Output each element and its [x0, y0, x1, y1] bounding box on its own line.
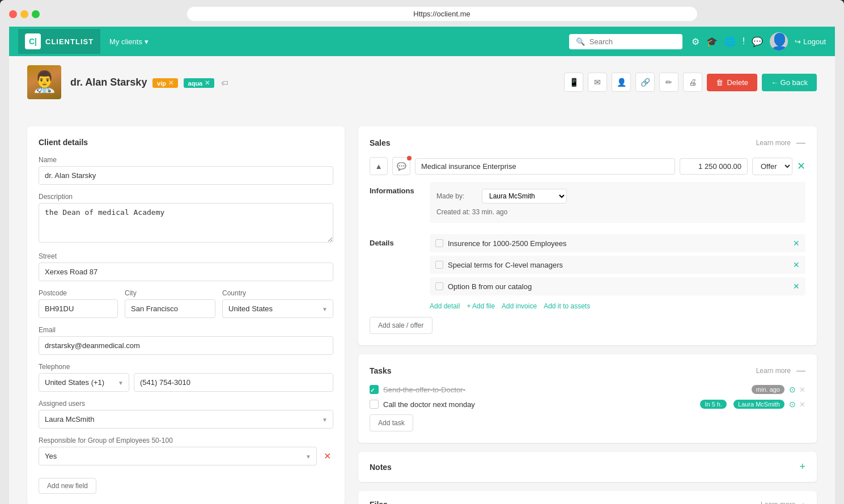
edit-button[interactable]: ✏: [659, 73, 678, 92]
chat-icon[interactable]: 💬: [752, 36, 763, 47]
tag-aqua-remove[interactable]: ✕: [205, 79, 210, 87]
detail-checkbox-1[interactable]: [435, 261, 443, 269]
notes-header: Notes +: [370, 461, 805, 473]
made-by-select[interactable]: Laura McSmith: [482, 189, 567, 204]
street-input[interactable]: [39, 262, 333, 281]
tel-number-input[interactable]: [134, 373, 333, 392]
globe-icon[interactable]: 🌐: [724, 36, 736, 47]
task-remove-1[interactable]: ✕: [799, 400, 805, 409]
detail-text-0: Insurence for 1000-2500 Employees: [448, 239, 788, 248]
sale-remove-button[interactable]: ✕: [797, 160, 805, 172]
notes-add-button[interactable]: +: [799, 461, 805, 473]
task-checkbox-1[interactable]: [370, 400, 379, 409]
print-button[interactable]: 🖨: [683, 73, 702, 92]
client-info: dr. Alan Starsky vip ✕ aqua ✕ 🏷: [70, 77, 228, 88]
city-input[interactable]: [125, 299, 215, 318]
tasks-learn-more[interactable]: Learn more: [756, 367, 791, 375]
task-icons-1: ⊙ ✕: [789, 400, 805, 409]
task-checkbox-0[interactable]: ✓: [370, 385, 379, 394]
share-button[interactable]: 🔗: [635, 73, 655, 92]
detail-text-1: Special terms for C-level managers: [448, 261, 788, 269]
sales-collapse-button[interactable]: ▲: [370, 157, 388, 175]
files-learn-more[interactable]: Learn more: [761, 501, 795, 504]
address-bar[interactable]: Https://oclient.me: [187, 7, 697, 21]
user-avatar[interactable]: 👤: [770, 32, 788, 50]
sales-header: Sales Learn more —: [370, 138, 805, 148]
graduation-icon[interactable]: 🎓: [706, 36, 718, 47]
sales-row: ▲ 💬 Offer Deal ✕: [370, 157, 805, 175]
mobile-button[interactable]: 📱: [564, 73, 583, 92]
email-button[interactable]: ✉: [588, 73, 607, 92]
client-header: dr. Alan Starsky vip ✕ aqua ✕ 🏷 📱 ✉ 👤 🔗 …: [27, 65, 817, 104]
created-at-text: Created at: 33 min. ago: [436, 208, 799, 216]
email-input[interactable]: [39, 336, 333, 355]
add-field-button[interactable]: Add new field: [39, 478, 96, 494]
sale-amount-input[interactable]: [680, 158, 748, 175]
responsible-select[interactable]: Yes No: [39, 447, 317, 465]
description-group: Description: [39, 193, 333, 244]
trash-icon: 🗑: [716, 78, 723, 87]
right-panel: Sales Learn more — ▲ 💬: [358, 126, 817, 504]
sales-learn-more[interactable]: Learn more: [756, 139, 791, 147]
tasks-header: Tasks Learn more —: [370, 366, 805, 376]
country-label: Country: [222, 289, 333, 297]
tasks-title: Tasks: [370, 366, 392, 375]
list-item: Call the doctor next monday In 5 h. Laur…: [370, 400, 805, 409]
assigned-select[interactable]: Laura McSmith: [39, 410, 333, 429]
search-input[interactable]: [589, 37, 676, 46]
tel-country-select[interactable]: United States (+1): [39, 373, 129, 392]
detail-remove-2[interactable]: ✕: [793, 282, 800, 291]
logout-button[interactable]: ↪ Logout: [795, 37, 826, 46]
detail-remove-0[interactable]: ✕: [793, 239, 800, 248]
sales-chat-button[interactable]: 💬: [392, 157, 410, 175]
gear-icon[interactable]: ⚙: [692, 36, 699, 47]
nav-menu[interactable]: My clients ▾: [109, 37, 149, 46]
add-sale-button[interactable]: Add sale / offer: [370, 317, 432, 334]
name-label: Name: [39, 156, 333, 164]
add-assets-link[interactable]: Add it to assets: [544, 302, 590, 310]
task-text-0: Send-the-offer-to-Doctor-: [383, 386, 747, 394]
city-group: City: [125, 289, 215, 318]
add-detail-link[interactable]: Add detail: [430, 302, 462, 310]
task-time-badge-0: min. ago: [752, 385, 784, 394]
add-tag-icon[interactable]: 🏷: [221, 79, 228, 87]
user-button[interactable]: 👤: [612, 73, 631, 92]
assigned-select-wrapper: Laura McSmith: [39, 410, 333, 429]
sales-title: Sales: [370, 138, 391, 147]
exclamation-icon[interactable]: !: [743, 36, 745, 46]
goback-button[interactable]: ← Go back: [762, 74, 817, 91]
telephone-group: Telephone United States (+1): [39, 363, 333, 392]
country-select[interactable]: United States: [222, 299, 333, 318]
postcode-input[interactable]: [39, 299, 118, 318]
name-input[interactable]: [39, 166, 333, 185]
task-view-icon-0[interactable]: ⊙: [789, 385, 796, 394]
minimize-button[interactable]: [20, 10, 28, 18]
informations-label: Informations: [370, 182, 421, 230]
detail-remove-1[interactable]: ✕: [793, 260, 800, 269]
maximize-button[interactable]: [32, 10, 40, 18]
add-invoice-link[interactable]: Add invoice: [502, 302, 539, 310]
task-view-icon-1[interactable]: ⊙: [789, 400, 796, 409]
responsible-remove-button[interactable]: ✕: [321, 448, 333, 464]
description-input[interactable]: [39, 203, 333, 243]
tasks-minimize-button[interactable]: —: [796, 366, 805, 376]
tag-vip-remove[interactable]: ✕: [168, 79, 173, 87]
delete-button[interactable]: 🗑 Delete: [707, 74, 757, 91]
logo-area[interactable]: C| CLIENTLIST: [18, 29, 100, 54]
search-bar[interactable]: 🔍: [569, 34, 682, 49]
task-user-badge-1: Laura McSmith: [733, 400, 784, 409]
header-actions: 📱 ✉ 👤 🔗 ✏ 🖨 🗑 Delete ← Go back: [564, 73, 817, 92]
sale-type-select[interactable]: Offer Deal: [752, 158, 792, 175]
sale-name-input[interactable]: [415, 158, 675, 175]
files-expand-icon[interactable]: +: [801, 501, 805, 505]
add-file-link[interactable]: + Add file: [466, 302, 497, 310]
info-details-row: Informations Made by: Laura McSmith Crea…: [370, 182, 805, 230]
task-remove-0[interactable]: ✕: [799, 386, 805, 394]
telephone-row: United States (+1): [39, 373, 333, 392]
sales-minimize-button[interactable]: —: [796, 138, 805, 148]
add-task-button[interactable]: Add task: [370, 414, 413, 431]
close-button[interactable]: [9, 10, 17, 18]
detail-checkbox-0[interactable]: [435, 239, 443, 247]
detail-checkbox-2[interactable]: [435, 282, 443, 290]
details-row: Details Insurence for 1000-2500 Employee…: [370, 234, 805, 317]
